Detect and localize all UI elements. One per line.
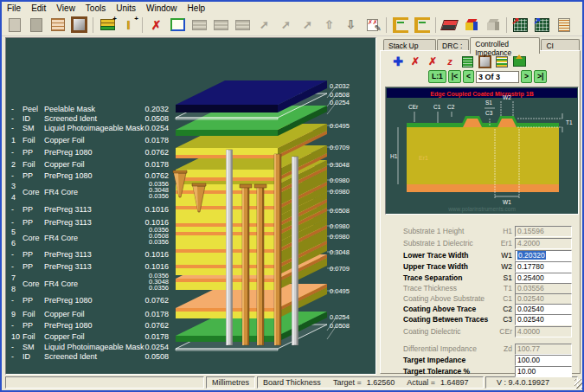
status-units-cell: Millimetres bbox=[206, 376, 255, 389]
thickness-label: 0.0495 bbox=[330, 122, 364, 130]
layer-row[interactable]: 2FoilCopper Foil0.0178 bbox=[6, 160, 179, 170]
param-label: Coating Above Trace bbox=[403, 305, 476, 313]
redraw-stackup-icon[interactable] bbox=[168, 16, 188, 34]
right-panel: Stack Up Editor DRC : 0 Controlled Imped… bbox=[380, 37, 581, 375]
rotate-layer-icon: ➚ bbox=[276, 16, 296, 34]
thickness-label: 0.0508 bbox=[330, 207, 364, 215]
thickness-label: 0.2032 bbox=[330, 82, 364, 90]
status-bar: Millimetres Board Thickness Target = 1.6… bbox=[2, 376, 584, 391]
add-drill-icon[interactable]: I+ bbox=[119, 16, 138, 34]
tab-controlled-impedance[interactable]: Controlled Impedance bbox=[470, 37, 540, 54]
param-value-C3[interactable]: 0.02540 bbox=[515, 314, 572, 325]
thickness-label: 0.0980 bbox=[330, 222, 364, 230]
layer-row[interactable]: 9FoilCopper Foil0.0178 bbox=[6, 310, 179, 320]
thickness-label: 0.0495 bbox=[330, 287, 364, 295]
stackup-view-panel: -PeelPeelable Mask0.2032-IDScreened Iden… bbox=[5, 37, 376, 375]
param-label: Substrate 1 Dielectric bbox=[403, 239, 473, 247]
menu-item-edit[interactable]: Edit bbox=[26, 3, 51, 13]
new-stackup-icon[interactable] bbox=[4, 16, 24, 34]
menu-item-window[interactable]: Window bbox=[141, 3, 183, 13]
param-value-target-impedance[interactable]: 100.00 bbox=[515, 355, 572, 366]
tab-bar: Stack Up Editor DRC : 0 Controlled Imped… bbox=[383, 37, 581, 51]
param-value-W2[interactable]: 0.17780 bbox=[515, 261, 572, 273]
param-symbol: Er1 bbox=[483, 239, 512, 247]
board-thickness-label: Board Thickness bbox=[263, 378, 321, 387]
menu-item-tools[interactable]: Tools bbox=[80, 3, 111, 13]
param-label: Coating Between Traces bbox=[403, 315, 488, 324]
thickness-label: 0.0508 bbox=[330, 322, 364, 330]
layer-row[interactable]: 34CoreFR4 Core0.03560.30480.0356 bbox=[6, 188, 179, 198]
param-value-Zd: 100.77 bbox=[515, 344, 572, 355]
menu-item-help[interactable]: Help bbox=[183, 3, 211, 13]
menu-item-units[interactable]: Units bbox=[111, 3, 141, 13]
param-value-W1[interactable]: 0.20320 bbox=[515, 250, 572, 261]
param-symbol: C1 bbox=[483, 294, 512, 303]
menu-item-file[interactable]: File bbox=[2, 3, 26, 13]
param-symbol: T1 bbox=[483, 284, 512, 292]
target-label: Target = bbox=[333, 378, 362, 387]
menu-item-view[interactable]: View bbox=[51, 3, 80, 13]
eraser-icon[interactable] bbox=[440, 16, 459, 34]
edit-notes-icon[interactable]: ✗✗✎ bbox=[363, 16, 382, 34]
param-label: Upper Trace Width bbox=[403, 262, 468, 271]
parameter-list: Substrate 1 HeightH10.15596Substrate 1 D… bbox=[381, 51, 581, 375]
param-symbol: C3 bbox=[483, 315, 512, 324]
material-library-icon[interactable] bbox=[48, 16, 67, 34]
resize-grip[interactable] bbox=[574, 379, 584, 389]
thickness-label: 0.0980 bbox=[330, 188, 364, 196]
impedance-calculator-icon[interactable]: ↗ bbox=[510, 16, 530, 34]
layer-row[interactable]: -PPPrePreg 31130.1016 bbox=[6, 205, 179, 215]
technical-report-icon[interactable] bbox=[554, 16, 574, 34]
param-label: Coating Dielectric bbox=[403, 327, 461, 336]
layer-row[interactable]: 78CoreFR4 Core0.03560.30480.0356 bbox=[6, 280, 179, 290]
layer-row[interactable]: -PPPrePreg 31130.1016 bbox=[6, 250, 179, 260]
thickness-label: 0.0709 bbox=[330, 144, 364, 151]
status-version-cell: V : 9.4.0.19927 bbox=[485, 376, 578, 389]
param-label: Trace Separation bbox=[403, 273, 463, 282]
param-symbol: CEr bbox=[483, 327, 512, 336]
add-layer-icon[interactable]: + bbox=[97, 16, 117, 34]
param-label: Differential Impedance bbox=[403, 344, 477, 353]
couple-lower-icon[interactable] bbox=[412, 16, 432, 34]
swap-layers-icon bbox=[233, 16, 253, 34]
param-symbol: C2 bbox=[483, 305, 512, 313]
controlled-impedance-page: ✚ ✗ ✗ z L:1 |< < 3 Of 3 > >| E bbox=[380, 50, 581, 374]
param-symbol: W1 bbox=[483, 251, 512, 260]
thickness-label: 0.0980 bbox=[330, 233, 364, 241]
move-layer-down-icon: ⇩ bbox=[341, 16, 361, 34]
version-value: V : 9.4.0.19927 bbox=[497, 378, 549, 387]
param-symbol: S1 bbox=[483, 273, 512, 282]
thickness-label: 0.0709 bbox=[330, 265, 364, 273]
shift-layer-icon bbox=[189, 16, 209, 34]
param-label: Target Impedance bbox=[403, 356, 465, 364]
thickness-label: 0.0254 bbox=[330, 99, 364, 106]
view-mirror-icon[interactable] bbox=[69, 16, 89, 34]
open-stackup-icon[interactable] bbox=[26, 16, 46, 34]
view-3d-icon[interactable] bbox=[461, 16, 481, 34]
merge-layers-icon bbox=[211, 16, 231, 34]
layer-row[interactable]: 1FoilCopper Foil0.0178 bbox=[6, 136, 179, 146]
thickness-label: 0.3048 bbox=[330, 161, 364, 169]
layer-row[interactable]: -PPPrePreg 10800.0762 bbox=[6, 148, 179, 158]
layer-row[interactable]: -PPPrePreg 10800.0762 bbox=[6, 296, 179, 306]
rotate-layer-icon: ➚ bbox=[298, 16, 318, 34]
layer-row[interactable]: -IDScreened Ident0.0508 bbox=[6, 352, 179, 363]
field-solver-icon[interactable]: ↗ bbox=[532, 16, 552, 34]
delete-layer-icon[interactable]: ✗ bbox=[146, 16, 166, 34]
layer-row[interactable]: -PPPrePreg 10800.0762 bbox=[6, 321, 179, 331]
param-symbol: H1 bbox=[483, 227, 512, 235]
layer-row[interactable]: -SMLiquid Photoimageable Mask0.0254 bbox=[6, 124, 179, 134]
view-3d-off-icon bbox=[483, 16, 503, 34]
units-value: Millimetres bbox=[212, 378, 249, 387]
thickness-label: 0.0508 bbox=[330, 91, 364, 99]
speedstack-window: FileEditViewToolsUnitsWindowHelp + I+ ✗ … bbox=[0, 0, 584, 392]
layer-row[interactable]: 10FoilCopper Foil0.0178 bbox=[6, 332, 179, 343]
actual-label: Actual = bbox=[407, 378, 435, 387]
layer-row[interactable]: 56CoreFR4 Core0.03560.05080.0356 bbox=[6, 234, 179, 244]
param-value-H1: 0.15596 bbox=[515, 226, 572, 237]
menu-bar: FileEditViewToolsUnitsWindowHelp bbox=[2, 2, 582, 14]
param-label: Coating Above Substrate bbox=[403, 294, 485, 303]
couple-upper-icon[interactable] bbox=[390, 16, 410, 34]
param-value-target-tolerance-[interactable]: 10.00 bbox=[515, 366, 572, 377]
param-label: Trace Thickness bbox=[403, 284, 457, 292]
